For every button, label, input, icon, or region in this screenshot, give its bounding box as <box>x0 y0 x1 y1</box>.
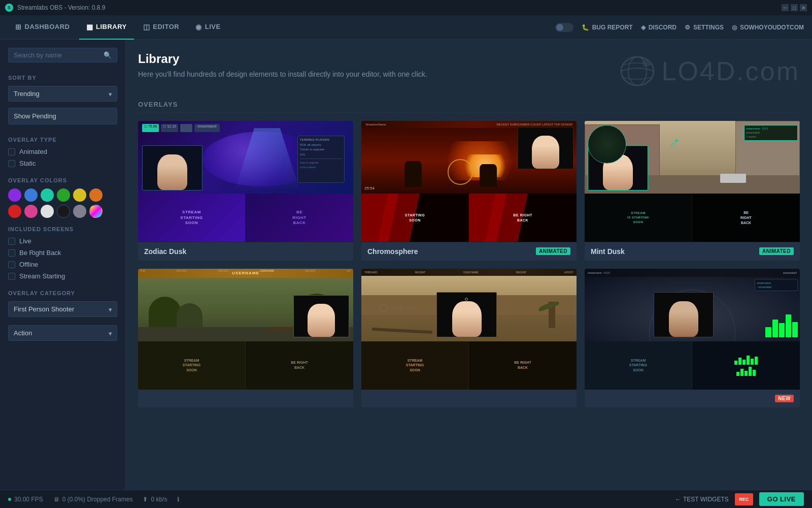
color-gray[interactable] <box>73 205 86 218</box>
bug-icon: 🐛 <box>582 24 589 31</box>
monitor-icon: 🖥 <box>53 496 59 503</box>
zodiac-dusk-name: Zodiac Dusk <box>144 247 186 256</box>
category-select[interactable]: First Person Shooter Action RPG <box>8 301 117 317</box>
rec-badge[interactable]: REC <box>735 493 753 505</box>
library-icon: ▦ <box>86 23 93 31</box>
settings-button[interactable]: ⚙ Settings <box>685 24 724 31</box>
search-box[interactable]: 🔍 <box>8 48 117 62</box>
offline-checkbox[interactable] <box>8 261 15 268</box>
sort-by-label: SORT BY <box>8 75 117 81</box>
card5-info <box>361 390 577 400</box>
brb-checkbox[interactable] <box>8 249 15 257</box>
test-widgets-button[interactable]: ← TEST WIDGETS <box>675 496 729 503</box>
watermark-text: LO4D.com <box>661 56 800 86</box>
animated-checkbox[interactable] <box>8 148 15 155</box>
theme-toggle[interactable] <box>555 23 573 32</box>
page-subtitle: Here you'll find hundreds of design elem… <box>138 70 427 78</box>
nav-live-label: Live <box>205 23 221 30</box>
color-purple[interactable] <box>8 188 21 202</box>
toggle-knob <box>556 24 563 31</box>
nav-dashboard[interactable]: ⊞ Dashboard <box>8 15 77 40</box>
action-select-wrapper: Action ▾ <box>8 325 117 341</box>
watermark-globe-icon <box>620 56 655 86</box>
chromosphere-badge: ANIMATED <box>536 247 570 255</box>
bitrate-value: 0 kb/s <box>151 496 167 503</box>
static-checkbox[interactable] <box>8 160 15 167</box>
static-checkbox-item[interactable]: Static <box>8 160 117 167</box>
fps-status: 30.00 FPS <box>8 496 43 503</box>
svg-point-2 <box>642 59 650 67</box>
overlay-card-zodiac-dusk[interactable]: ⬡ 75.68 ⬡ 12.13 streamlabel! <box>138 121 353 261</box>
nav-editor-label: Editor <box>153 23 179 30</box>
info-status[interactable]: ℹ <box>177 496 180 503</box>
maximize-button[interactable]: □ <box>791 4 798 11</box>
close-button[interactable]: ✕ <box>800 4 807 11</box>
color-orange[interactable] <box>89 188 103 202</box>
brb-checkbox-item[interactable]: Be Right Back <box>8 249 117 257</box>
nav-live[interactable]: ◉ Live <box>188 15 227 40</box>
color-red[interactable] <box>8 205 21 218</box>
overlay-card-4[interactable]: USERNAME TORROCKETRECENTUSERNAMERECENTAL… <box>138 269 353 408</box>
card6-thumbnail: streamname ◦ 5.0.0streamlabel! <box>585 269 800 390</box>
mint-dusk-info: Mint Dusk ANIMATED <box>585 242 800 261</box>
color-grid <box>8 188 117 218</box>
editor-icon: ◫ <box>143 23 150 31</box>
username-label: sowhoyoudotcom <box>740 24 804 31</box>
bitrate-status: ⬆ 0 kb/s <box>143 496 167 503</box>
status-right: ← TEST WIDGETS REC GO LIVE <box>675 492 804 506</box>
live-screen-label: Live <box>19 237 31 245</box>
show-pending-button[interactable]: Show Pending <box>8 108 117 124</box>
nav-editor[interactable]: ◫ Editor <box>136 15 186 40</box>
live-checkbox[interactable] <box>8 238 15 245</box>
content-header: Library Here you'll find hundreds of des… <box>138 52 800 88</box>
sort-select[interactable]: Trending Newest Popular <box>8 86 117 102</box>
user-icon: ◎ <box>732 24 737 31</box>
animated-label: Animated <box>19 148 47 155</box>
status-bar: 30.00 FPS 🖥 0 (0.0%) Dropped Frames ⬆ 0 … <box>0 490 812 508</box>
stream-starting-checkbox[interactable] <box>8 273 15 280</box>
overlay-card-chromosphere[interactable]: StreamerName RECENT SUBSCRIBER COUNT LAT… <box>361 121 577 261</box>
discord-button[interactable]: ◈ Discord <box>641 24 676 31</box>
svg-point-1 <box>628 57 647 85</box>
go-live-button[interactable]: GO LIVE <box>759 492 804 506</box>
search-input[interactable] <box>14 51 100 59</box>
info-icon: ℹ <box>177 496 180 503</box>
overlays-grid: ⬡ 75.68 ⬡ 12.13 streamlabel! <box>138 121 800 407</box>
svg-point-3 <box>379 304 388 311</box>
search-icon: 🔍 <box>104 51 112 59</box>
bug-report-label: Bug Report <box>592 24 633 31</box>
mint-dusk-name: Mint Dusk <box>591 247 625 256</box>
included-screens-label: INCLUDED SCREENS <box>8 226 117 232</box>
chromosphere-info: Chromosphere ANIMATED <box>361 242 577 261</box>
page-title: Library <box>138 52 427 66</box>
color-blue[interactable] <box>24 188 38 202</box>
color-gradient[interactable] <box>89 205 103 218</box>
overlay-card-mint-dusk[interactable]: streamname ◦ 5.0.0 streamlabel!⬡ recent <box>585 121 800 261</box>
offline-checkbox-item[interactable]: Offline <box>8 261 117 268</box>
nav-right: 🐛 Bug Report ◈ Discord ⚙ Settings ◎ sowh… <box>555 23 804 32</box>
overlays-section-title: OVERLAYS <box>138 101 800 113</box>
action-select[interactable]: Action <box>8 325 117 341</box>
overlay-card-5[interactable]: TIPBOARDRECENTYOUR NAMERECENTLATEST <box>361 269 577 408</box>
live-checkbox-item[interactable]: Live <box>8 237 117 245</box>
color-pink[interactable] <box>24 205 38 218</box>
color-white[interactable] <box>41 205 54 218</box>
color-teal[interactable] <box>41 188 54 202</box>
color-green[interactable] <box>57 188 70 202</box>
offline-label: Offline <box>19 261 38 268</box>
color-yellow[interactable] <box>73 188 86 202</box>
user-button[interactable]: ◎ sowhoyoudotcom <box>732 24 804 31</box>
chromosphere-thumbnail: StreamerName RECENT SUBSCRIBER COUNT LAT… <box>361 121 577 242</box>
test-widgets-label: TEST WIDGETS <box>683 496 729 503</box>
discord-icon: ◈ <box>641 24 646 31</box>
overlay-card-6[interactable]: streamname ◦ 5.0.0streamlabel! <box>585 269 800 408</box>
color-black[interactable] <box>57 205 70 218</box>
stream-starting-checkbox-item[interactable]: Stream Starting <box>8 272 117 280</box>
svg-point-0 <box>621 57 654 85</box>
bug-report-button[interactable]: 🐛 Bug Report <box>582 24 633 31</box>
animated-checkbox-item[interactable]: Animated <box>8 148 117 155</box>
minimize-button[interactable]: ─ <box>782 4 789 11</box>
nav-library[interactable]: ▦ Library <box>79 15 134 40</box>
brb-label: Be Right Back <box>19 249 61 257</box>
title-bar: S Streamlabs OBS - Version: 0.8.9 ─ □ ✕ <box>0 0 812 15</box>
